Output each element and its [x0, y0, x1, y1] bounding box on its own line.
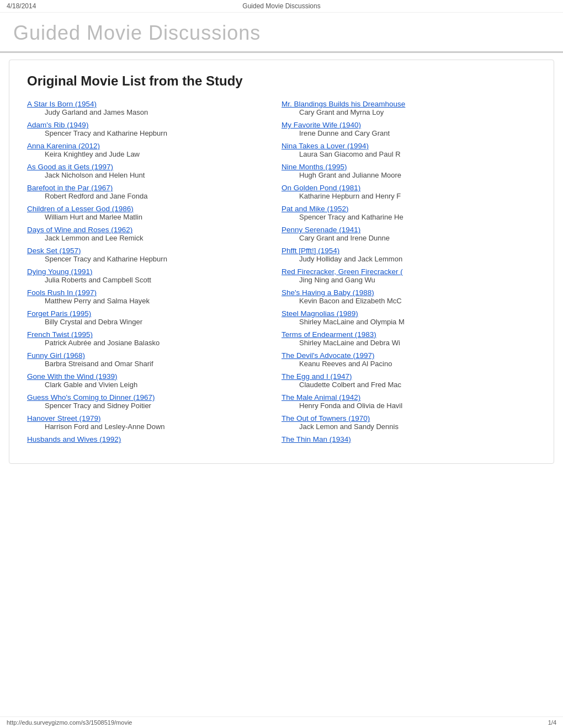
- right-movie-entry: Nine Months (1995)Hugh Grant and Juliann…: [282, 163, 536, 179]
- left-movie-entry: Adam's Rib (1949)Spencer Tracy and Katha…: [27, 121, 282, 137]
- movie-actors: Claudette Colbert and Fred Mac: [282, 381, 536, 389]
- movie-actors: Jing Ning and Gang Wu: [282, 276, 536, 284]
- movie-title-link[interactable]: Nine Months (1995): [282, 163, 536, 171]
- left-movie-entry: As Good as it Gets (1997)Jack Nicholson …: [27, 163, 282, 179]
- movie-title-link[interactable]: A Star Is Born (1954): [27, 100, 282, 108]
- right-movie-entry: My Favorite Wife (1940)Irene Dunne and C…: [282, 121, 536, 137]
- movie-title-link[interactable]: Hanover Street (1979): [27, 414, 282, 422]
- movie-title-link[interactable]: Pat and Mike (1952): [282, 205, 536, 213]
- left-movie-entry: Barefoot in the Par (1967)Robert Redford…: [27, 184, 282, 200]
- movie-title-link[interactable]: Funny Girl (1968): [27, 351, 282, 360]
- movie-title-link[interactable]: My Favorite Wife (1940): [282, 121, 536, 129]
- right-movie-entry: The Thin Man (1934): [282, 435, 536, 443]
- right-movie-entry: On Golden Pond (1981)Katharine Hepburn a…: [282, 184, 536, 200]
- movie-title-link[interactable]: Dying Young (1991): [27, 267, 282, 276]
- movie-actors: Matthew Perry and Salma Hayek: [27, 297, 282, 305]
- left-movie-column: A Star Is Born (1954)Judy Garland and Ja…: [27, 100, 282, 446]
- movie-title-link[interactable]: Children of a Lesser God (1986): [27, 205, 282, 213]
- movie-title-link[interactable]: Days of Wine and Roses (1962): [27, 226, 282, 234]
- main-content: Original Movie List from the Study A Sta…: [9, 60, 554, 464]
- right-movie-entry: Phfft [Pfft!] (1954)Judy Holliday and Ja…: [282, 247, 536, 263]
- movie-title-link[interactable]: Anna Karenina (2012): [27, 142, 282, 150]
- left-movie-entry: Dying Young (1991)Julia Roberts and Camp…: [27, 267, 282, 284]
- movie-actors: Julia Roberts and Campbell Scott: [27, 276, 282, 284]
- left-movie-entry: Children of a Lesser God (1986)William H…: [27, 205, 282, 221]
- movie-title-link[interactable]: The Male Animal (1942): [282, 393, 536, 402]
- movie-title-link[interactable]: The Devil's Advocate (1997): [282, 351, 536, 360]
- left-movie-entry: Husbands and Wives (1992): [27, 435, 282, 443]
- left-movie-entry: Hanover Street (1979)Harrison Ford and L…: [27, 414, 282, 431]
- movie-title-link[interactable]: Forget Paris (1995): [27, 309, 282, 318]
- movie-actors: Katharine Hepburn and Henry F: [282, 192, 536, 200]
- right-movie-entry: Steel Magnolias (1989)Shirley MacLaine a…: [282, 309, 536, 326]
- movie-title-link[interactable]: Nina Takes a Lover (1994): [282, 142, 536, 150]
- movie-actors: Spencer Tracy and Katharine Hepburn: [27, 255, 282, 263]
- left-movie-entry: Fools Rush In (1997)Matthew Perry and Sa…: [27, 288, 282, 305]
- left-movie-entry: Guess Who's Coming to Dinner (1967)Spenc…: [27, 393, 282, 410]
- movie-actors: Kevin Bacon and Elizabeth McC: [282, 297, 536, 305]
- left-movie-entry: Funny Girl (1968)Barbra Streisand and Om…: [27, 351, 282, 368]
- movie-title-link[interactable]: Red Firecracker, Green Firecracker (: [282, 267, 536, 276]
- movie-title-link[interactable]: Terms of Endearment (1983): [282, 330, 536, 339]
- movie-actors: Henry Fonda and Olivia de Havil: [282, 402, 536, 410]
- movie-title-link[interactable]: French Twist (1995): [27, 330, 282, 339]
- movie-actors: Hugh Grant and Julianne Moore: [282, 171, 536, 179]
- movie-actors: Barbra Streisand and Omar Sharif: [27, 360, 282, 368]
- movie-title-link[interactable]: Steel Magnolias (1989): [282, 309, 536, 318]
- right-movie-entry: The Out of Towners (1970)Jack Lemon and …: [282, 414, 536, 431]
- left-movie-entry: Forget Paris (1995)Billy Crystal and Deb…: [27, 309, 282, 326]
- movie-title-link[interactable]: Adam's Rib (1949): [27, 121, 282, 129]
- movie-actors: Irene Dunne and Cary Grant: [282, 129, 536, 137]
- movie-title-link[interactable]: Guess Who's Coming to Dinner (1967): [27, 393, 282, 402]
- left-movie-entry: French Twist (1995)Patrick Aubrée and Jo…: [27, 330, 282, 347]
- movie-title-link[interactable]: The Thin Man (1934): [282, 435, 536, 443]
- movie-title-link[interactable]: The Out of Towners (1970): [282, 414, 536, 422]
- movie-actors: Cary Grant and Myrna Loy: [282, 108, 536, 116]
- right-movie-column: Mr. Blandings Builds his DreamhouseCary …: [282, 100, 536, 446]
- site-header: Guided Movie Discussions: [0, 13, 563, 53]
- page-title-bar: Guided Movie Discussions: [242, 2, 320, 10]
- movie-title-link[interactable]: Gone With the Wind (1939): [27, 372, 282, 381]
- movie-actors: Spencer Tracy and Sidney Poitier: [27, 402, 282, 410]
- section-title: Original Movie List from the Study: [27, 73, 536, 89]
- left-movie-entry: Days of Wine and Roses (1962)Jack Lemmon…: [27, 226, 282, 242]
- movie-title-link[interactable]: On Golden Pond (1981): [282, 184, 536, 192]
- right-movie-entry: Red Firecracker, Green Firecracker (Jing…: [282, 267, 536, 284]
- right-movie-entry: The Egg and I (1947)Claudette Colbert an…: [282, 372, 536, 389]
- movie-actors: Jack Lemon and Sandy Dennis: [282, 422, 536, 431]
- right-movie-entry: Mr. Blandings Builds his DreamhouseCary …: [282, 100, 536, 116]
- movie-actors: Shirley MacLaine and Debra Wi: [282, 339, 536, 347]
- movie-actors: Judy Garland and James Mason: [27, 108, 282, 116]
- right-movie-entry: The Devil's Advocate (1997)Keanu Reeves …: [282, 351, 536, 368]
- movie-actors: Laura San Giacomo and Paul R: [282, 150, 536, 158]
- movie-actors: Robert Redford and Jane Fonda: [27, 192, 282, 200]
- movie-list-container: A Star Is Born (1954)Judy Garland and Ja…: [27, 100, 536, 446]
- right-movie-entry: Pat and Mike (1952)Spencer Tracy and Kat…: [282, 205, 536, 221]
- movie-actors: Shirley MacLaine and Olympia M: [282, 318, 536, 326]
- movie-title-link[interactable]: She's Having a Baby (1988): [282, 288, 536, 297]
- movie-actors: Keira Knightley and Jude Law: [27, 150, 282, 158]
- movie-actors: Harrison Ford and Lesley-Anne Down: [27, 422, 282, 431]
- movie-actors: William Hurt and Marlee Matlin: [27, 213, 282, 221]
- right-movie-entry: Nina Takes a Lover (1994)Laura San Giaco…: [282, 142, 536, 158]
- movie-title-link[interactable]: Phfft [Pfft!] (1954): [282, 247, 536, 255]
- movie-actors: Patrick Aubrée and Josiane Balasko: [27, 339, 282, 347]
- movie-title-link[interactable]: Mr. Blandings Builds his Dreamhouse: [282, 100, 536, 108]
- movie-actors: Spencer Tracy and Katharine Hepburn: [27, 129, 282, 137]
- top-bar: 4/18/2014 Guided Movie Discussions: [0, 0, 563, 13]
- movie-actors: Cary Grant and Irene Dunne: [282, 234, 536, 242]
- site-title: Guided Movie Discussions: [13, 22, 550, 45]
- date-label: 4/18/2014: [7, 2, 36, 10]
- left-movie-entry: Anna Karenina (2012)Keira Knightley and …: [27, 142, 282, 158]
- movie-actors: Jack Lemmon and Lee Remick: [27, 234, 282, 242]
- movie-title-link[interactable]: Husbands and Wives (1992): [27, 435, 282, 443]
- left-movie-entry: Desk Set (1957)Spencer Tracy and Kathari…: [27, 247, 282, 263]
- movie-title-link[interactable]: Penny Serenade (1941): [282, 226, 536, 234]
- movie-title-link[interactable]: Barefoot in the Par (1967): [27, 184, 282, 192]
- movie-title-link[interactable]: Fools Rush In (1997): [27, 288, 282, 297]
- right-movie-entry: She's Having a Baby (1988)Kevin Bacon an…: [282, 288, 536, 305]
- movie-actors: Clark Gable and Vivien Leigh: [27, 381, 282, 389]
- movie-title-link[interactable]: As Good as it Gets (1997): [27, 163, 282, 171]
- movie-title-link[interactable]: Desk Set (1957): [27, 247, 282, 255]
- movie-title-link[interactable]: The Egg and I (1947): [282, 372, 536, 381]
